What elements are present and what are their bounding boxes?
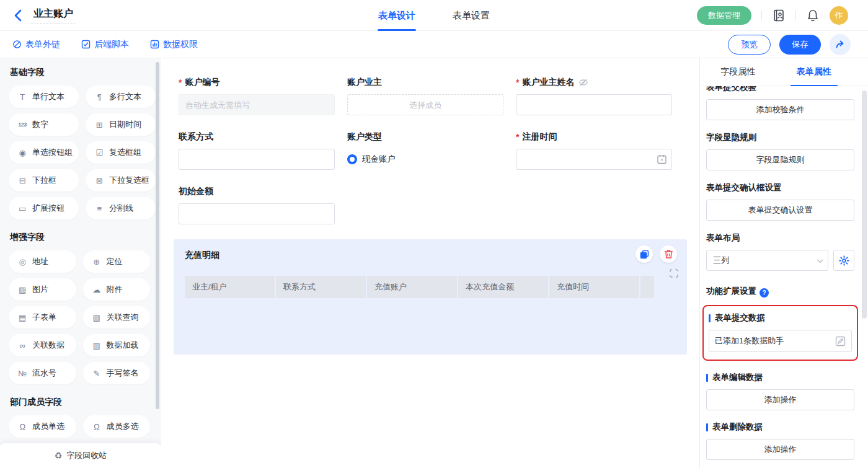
field-label: 初始金额 <box>179 186 213 197</box>
tab-form-design[interactable]: 表单设计 <box>378 0 415 31</box>
copy-button[interactable] <box>636 245 653 263</box>
sidebar-item-checkbox-group[interactable]: ☑ 复选框组 <box>86 141 156 164</box>
tab-form-settings[interactable]: 表单设置 <box>453 0 490 31</box>
subform-column: 本次充值金额 <box>458 276 548 298</box>
edit-pencil-icon[interactable] <box>835 336 846 347</box>
confirm-box-label: 表单提交确认框设置 <box>706 182 854 193</box>
external-link-button[interactable]: 表单外链 <box>12 39 60 50</box>
account-number-input[interactable] <box>179 94 335 115</box>
register-time-input[interactable] <box>516 149 672 170</box>
edit-data-text: 表单编辑数据 <box>712 372 763 383</box>
permission-icon <box>150 40 159 49</box>
field-visibility-button[interactable]: 字段显隐规则 <box>706 149 854 170</box>
expand-icon[interactable] <box>670 269 678 280</box>
sidebar-item-serial-number[interactable]: № 流水号 <box>9 362 76 384</box>
account-type-field[interactable]: 账户类型 现金账户 <box>347 131 503 170</box>
sidebar-item-dropdown[interactable]: ⊟ 下拉框 <box>9 169 79 192</box>
highlight-red-box: 表单提交数据 已添加1条数据助手 <box>702 305 858 361</box>
contacts-book-icon[interactable] <box>772 9 786 22</box>
submit-confirm-button[interactable]: 表单提交确认设置 <box>706 200 854 221</box>
field-label: 联系方式 <box>179 131 213 143</box>
gear-icon <box>839 255 849 266</box>
tab-form-properties[interactable]: 表单属性 <box>776 58 852 86</box>
initial-amount-input[interactable] <box>179 203 335 224</box>
properties-panel: 字段属性 表单属性 表单提交校验 添加校验条件 字段显隐规则 字段显隐规则 表单… <box>699 58 868 468</box>
layout-select[interactable]: 三列 <box>706 250 828 271</box>
account-number-field[interactable]: * 账户编号 <box>179 77 335 115</box>
image-icon: ▨ <box>17 285 28 294</box>
data-manage-button[interactable]: 数据管理 <box>697 6 751 25</box>
notification-bell-icon[interactable] <box>806 9 820 22</box>
account-owner-input[interactable] <box>347 94 503 115</box>
field-library-sidebar: 基础字段 T 单行文本 ¶ 多行文本 123 数字 ⊞ 日期时间 <box>0 58 161 468</box>
preview-button[interactable]: 预览 <box>728 35 771 55</box>
delete-button[interactable] <box>660 245 677 263</box>
sidebar-item-data-load[interactable]: ▥ 数据加载 <box>83 334 151 356</box>
divider-icon: ≡ <box>94 204 105 213</box>
sidebar-item-dropdown-multi[interactable]: ⊠ 下拉复选框 <box>86 169 156 192</box>
sidebar-item-signature[interactable]: ✎ 手写签名 <box>83 362 151 384</box>
layout-gear-button[interactable] <box>833 250 854 271</box>
sidebar-item-label: 成员单选 <box>32 421 64 432</box>
data-permission-button[interactable]: 数据权限 <box>150 39 198 50</box>
account-owner-field[interactable]: 账户业主 <box>347 77 503 115</box>
extension-settings-text: 功能扩展设置 <box>706 286 756 296</box>
dropdown-icon: ⊟ <box>17 176 28 185</box>
sidebar-item-extension-button[interactable]: ▭ 扩展按钮 <box>9 197 79 219</box>
sidebar-scrollbar[interactable] <box>156 62 159 409</box>
related-data-icon: ∞ <box>17 341 28 350</box>
share-arrow-icon <box>835 39 846 50</box>
sidebar-item-datetime[interactable]: ⊞ 日期时间 <box>86 113 156 136</box>
back-button[interactable] <box>11 7 26 24</box>
sidebar-item-member-single[interactable]: Ω 成员单选 <box>9 415 76 438</box>
sidebar-item-label: 地址 <box>32 256 48 267</box>
recycle-icon: ♻ <box>55 451 63 461</box>
initial-amount-field[interactable]: 初始金额 <box>179 186 335 224</box>
sidebar-item-number[interactable]: 123 数字 <box>9 113 79 136</box>
register-time-field[interactable]: * 注册时间 <box>516 131 672 170</box>
account-owner-name-input[interactable] <box>516 94 672 115</box>
script-icon <box>81 40 91 49</box>
sidebar-item-attachment[interactable]: ☁ 附件 <box>83 278 151 301</box>
save-button[interactable]: 保存 <box>779 35 821 55</box>
sidebar-item-address[interactable]: ◎ 地址 <box>9 250 76 273</box>
sidebar-item-related-query[interactable]: ▧ 关联查询 <box>83 306 151 329</box>
subform-recharge-detail[interactable]: 充值明细 <box>174 239 687 355</box>
toolbar-link-label: 后端脚本 <box>94 39 129 50</box>
submit-data-value[interactable]: 已添加1条数据助手 <box>709 330 852 352</box>
field-label: 账户业主 <box>347 77 382 88</box>
sidebar-item-label: 日期时间 <box>109 119 141 130</box>
eye-hidden-icon <box>578 78 588 87</box>
attachment-cloud-icon: ☁ <box>91 285 102 294</box>
help-question-icon[interactable]: ? <box>760 288 769 298</box>
radio-selected[interactable] <box>347 154 357 164</box>
tab-field-properties[interactable]: 字段属性 <box>700 58 776 86</box>
sidebar-item-subform[interactable]: ▤ 子表单 <box>9 306 76 329</box>
sidebar-item-location[interactable]: ⊕ 定位 <box>83 250 151 273</box>
sidebar-item-image[interactable]: ▨ 图片 <box>9 278 76 301</box>
share-button[interactable] <box>830 34 851 55</box>
backend-script-button[interactable]: 后端脚本 <box>81 39 129 50</box>
delete-data-add-button[interactable]: 添加操作 <box>706 439 854 460</box>
divider <box>795 11 796 20</box>
account-owner-name-field[interactable]: * 账户业主姓名 <box>516 77 672 115</box>
add-validation-button[interactable]: 添加校验条件 <box>706 99 854 120</box>
sidebar-item-label: 数据加载 <box>107 340 139 351</box>
sidebar-item-label: 成员多选 <box>107 421 139 432</box>
sidebar-item-multi-line-text[interactable]: ¶ 多行文本 <box>86 86 156 108</box>
sidebar-item-member-multi[interactable]: Ω 成员多选 <box>83 415 151 438</box>
user-avatar[interactable]: 作 <box>830 6 848 25</box>
sidebar-item-related-data[interactable]: ∞ 关联数据 <box>9 334 76 356</box>
subform-title: 充值明细 <box>185 250 676 261</box>
sidebar-item-radio-group[interactable]: ◉ 单选按钮组 <box>9 141 79 164</box>
field-recycle-bin-button[interactable]: ♻ 字段回收站 <box>0 443 161 468</box>
page-title[interactable]: 业主账户 <box>31 6 76 24</box>
edit-data-add-button[interactable]: 添加操作 <box>706 389 854 410</box>
contact-field[interactable]: 联系方式 <box>179 131 335 170</box>
contact-input[interactable] <box>179 149 335 170</box>
radio-option-label[interactable]: 现金账户 <box>362 154 396 165</box>
panel-scrollbar[interactable] <box>862 91 867 319</box>
sidebar-item-single-line-text[interactable]: T 单行文本 <box>9 86 79 108</box>
sidebar-item-divider[interactable]: ≡ 分割线 <box>86 197 156 219</box>
address-pin-icon: ◎ <box>17 257 28 267</box>
